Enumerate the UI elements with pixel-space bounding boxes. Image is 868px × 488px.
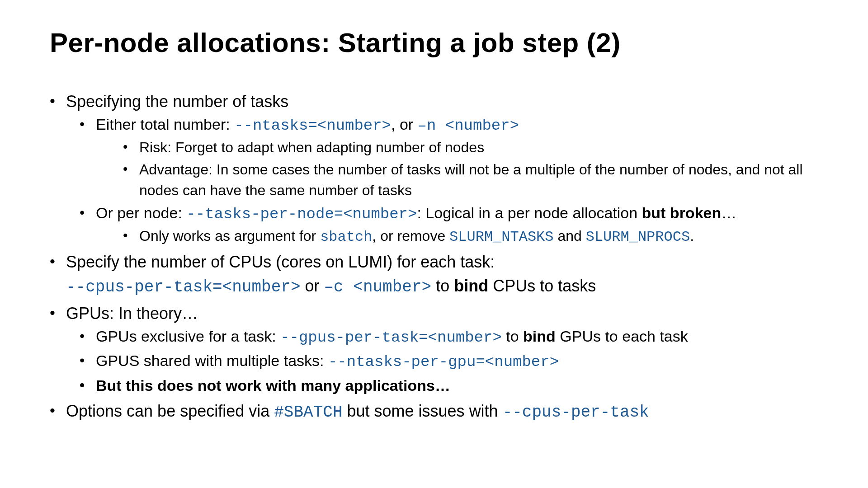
code-hash-sbatch: #SBATCH [274,403,342,422]
bullet-gpus-shared: GPUS shared with multiple tasks: --ntask… [80,350,818,373]
sublist: GPUs exclusive for a task: --gpus-per-ta… [66,325,818,397]
subsublist: Risk: Forget to adapt when adapting numb… [96,137,818,201]
bullet-gpus: GPUs: In theory… GPUs exclusive for a ta… [50,302,818,397]
text: . [690,228,694,244]
code-c-short: –c <number> [324,278,432,296]
text: : Logical in a per node allocation [417,204,642,221]
code-ntasks-per-gpu: --ntasks-per-gpu=<number> [328,353,559,371]
text: … [721,204,736,221]
text: but some issues with [343,402,503,420]
text: to [502,328,523,345]
text-bold: bind [454,277,488,295]
slide: Per-node allocations: Starting a job ste… [0,0,868,488]
text: and [554,228,586,244]
code-ntasks: --ntasks=<number> [234,117,391,134]
code-sbatch: sbatch [320,229,372,245]
text-bold: bind [523,328,556,345]
text: Either total number: [96,116,234,133]
bullet-gpus-exclusive: GPUs exclusive for a task: --gpus-per-ta… [80,325,818,349]
text: Specify the number of CPUs (cores on LUM… [66,253,495,271]
code-slurm-ntasks: SLURM_NTASKS [449,229,553,245]
bullet-only-works: Only works as argument for sbatch, or re… [123,225,818,248]
text: Specifying the number of tasks [66,92,288,111]
text: GPUS shared with multiple tasks: [96,352,328,369]
text: , or [391,116,418,133]
code-slurm-nprocs: SLURM_NPROCS [586,229,690,245]
bullet-gpu-caveat: But this does not work with many applica… [80,375,818,397]
text: or [300,277,324,295]
slide-title: Per-node allocations: Starting a job ste… [50,27,818,58]
subsublist: Only works as argument for sbatch, or re… [96,225,818,248]
bullet-list: Specifying the number of tasks Either to… [50,90,818,424]
text: CPUs to tasks [488,277,596,295]
bullet-tasks-per-node: Or per node: --tasks-per-node=<number>: … [80,202,818,248]
text: to [431,277,454,295]
text: Options can be specified via [66,402,274,420]
bullet-risk: Risk: Forget to adapt when adapting numb… [123,137,818,158]
text: GPUs: In theory… [66,304,198,323]
text: GPUs to each task [556,328,688,345]
code-cpus-per-task-2: --cpus-per-task [503,403,649,422]
code-cpus-per-task: --cpus-per-task=<number> [66,278,300,296]
text: Only works as argument for [139,228,320,244]
text: , or remove [372,228,449,244]
text: Or per node: [96,204,186,221]
bullet-advantage: Advantage: In some cases the number of t… [123,159,818,201]
code-gpus-per-task: --gpus-per-task=<number> [280,329,502,346]
bullet-specifying-tasks: Specifying the number of tasks Either to… [50,90,818,248]
code-tasks-per-node: --tasks-per-node=<number> [186,206,417,223]
sublist: Either total number: --ntasks=<number>, … [66,113,818,248]
bullet-options-sbatch: Options can be specified via #SBATCH but… [50,399,818,424]
bullet-ntasks: Either total number: --ntasks=<number>, … [80,113,818,201]
code-n-short: –n <number> [418,117,519,134]
text: GPUs exclusive for a task: [96,328,280,345]
bullet-cpus: Specify the number of CPUs (cores on LUM… [50,250,818,299]
text-bold: but broken [642,204,722,221]
